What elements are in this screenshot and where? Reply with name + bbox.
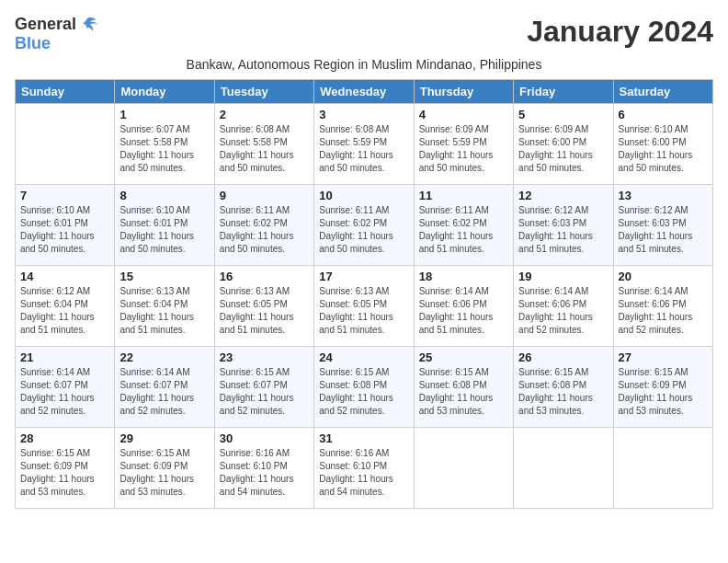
day-number: 23 <box>220 350 309 364</box>
calendar-cell: 13Sunrise: 6:12 AM Sunset: 6:03 PM Dayli… <box>613 185 712 266</box>
calendar-cell: 17Sunrise: 6:13 AM Sunset: 6:05 PM Dayli… <box>314 266 414 347</box>
day-number: 18 <box>419 270 508 283</box>
day-info: Sunrise: 6:12 AM Sunset: 6:04 PM Dayligh… <box>20 285 109 337</box>
day-number: 6 <box>619 108 708 121</box>
calendar-week-row: 14Sunrise: 6:12 AM Sunset: 6:04 PM Dayli… <box>16 266 713 347</box>
day-number: 22 <box>119 350 209 364</box>
day-number: 27 <box>619 350 708 364</box>
calendar-cell: 1Sunrise: 6:07 AM Sunset: 5:58 PM Daylig… <box>115 104 214 185</box>
calendar-header-row: SundayMondayTuesdayWednesdayThursdayFrid… <box>16 80 713 104</box>
day-number: 7 <box>20 189 109 202</box>
day-info: Sunrise: 6:14 AM Sunset: 6:07 PM Dayligh… <box>20 366 109 418</box>
calendar-cell: 19Sunrise: 6:14 AM Sunset: 6:06 PM Dayli… <box>514 266 613 347</box>
calendar-header-thursday: Thursday <box>414 80 513 104</box>
calendar-cell: 30Sunrise: 6:16 AM Sunset: 6:10 PM Dayli… <box>214 428 313 509</box>
calendar-week-row: 28Sunrise: 6:15 AM Sunset: 6:09 PM Dayli… <box>16 428 713 509</box>
calendar-cell <box>514 428 613 509</box>
calendar-cell: 5Sunrise: 6:09 AM Sunset: 6:00 PM Daylig… <box>514 104 613 185</box>
day-info: Sunrise: 6:08 AM Sunset: 5:58 PM Dayligh… <box>220 123 309 175</box>
calendar-header-friday: Friday <box>514 80 613 104</box>
day-number: 24 <box>319 350 408 364</box>
day-info: Sunrise: 6:15 AM Sunset: 6:08 PM Dayligh… <box>419 366 508 418</box>
day-info: Sunrise: 6:16 AM Sunset: 6:10 PM Dayligh… <box>220 447 309 499</box>
day-number: 16 <box>220 270 309 283</box>
calendar-cell: 8Sunrise: 6:10 AM Sunset: 6:01 PM Daylig… <box>115 185 214 266</box>
calendar-header-tuesday: Tuesday <box>214 80 313 104</box>
day-number: 10 <box>319 189 408 202</box>
day-info: Sunrise: 6:12 AM Sunset: 6:03 PM Dayligh… <box>619 204 708 256</box>
day-number: 20 <box>619 270 708 283</box>
day-number: 9 <box>220 189 309 202</box>
logo: General Blue <box>15 15 98 53</box>
day-number: 25 <box>419 350 508 364</box>
day-info: Sunrise: 6:15 AM Sunset: 6:08 PM Dayligh… <box>319 366 408 418</box>
month-title: January 2024 <box>527 15 713 49</box>
day-info: Sunrise: 6:10 AM Sunset: 6:01 PM Dayligh… <box>119 204 209 256</box>
day-info: Sunrise: 6:14 AM Sunset: 6:06 PM Dayligh… <box>518 285 608 337</box>
calendar-week-row: 7Sunrise: 6:10 AM Sunset: 6:01 PM Daylig… <box>16 185 713 266</box>
day-number: 30 <box>220 431 309 445</box>
calendar-cell: 12Sunrise: 6:12 AM Sunset: 6:03 PM Dayli… <box>514 185 613 266</box>
calendar-cell: 24Sunrise: 6:15 AM Sunset: 6:08 PM Dayli… <box>314 347 414 428</box>
calendar-cell: 31Sunrise: 6:16 AM Sunset: 6:10 PM Dayli… <box>314 428 414 509</box>
calendar-cell: 16Sunrise: 6:13 AM Sunset: 6:05 PM Dayli… <box>214 266 313 347</box>
day-info: Sunrise: 6:13 AM Sunset: 6:05 PM Dayligh… <box>220 285 309 337</box>
day-info: Sunrise: 6:13 AM Sunset: 6:05 PM Dayligh… <box>319 285 408 337</box>
calendar-cell: 20Sunrise: 6:14 AM Sunset: 6:06 PM Dayli… <box>613 266 712 347</box>
day-number: 29 <box>119 431 209 445</box>
day-info: Sunrise: 6:14 AM Sunset: 6:06 PM Dayligh… <box>419 285 508 337</box>
day-number: 21 <box>20 350 109 364</box>
calendar-cell: 9Sunrise: 6:11 AM Sunset: 6:02 PM Daylig… <box>214 185 313 266</box>
day-info: Sunrise: 6:10 AM Sunset: 6:00 PM Dayligh… <box>619 123 708 175</box>
day-info: Sunrise: 6:10 AM Sunset: 6:01 PM Dayligh… <box>20 204 109 256</box>
day-info: Sunrise: 6:12 AM Sunset: 6:03 PM Dayligh… <box>518 204 608 256</box>
calendar-cell: 21Sunrise: 6:14 AM Sunset: 6:07 PM Dayli… <box>16 347 115 428</box>
calendar-week-row: 1Sunrise: 6:07 AM Sunset: 5:58 PM Daylig… <box>16 104 713 185</box>
day-number: 15 <box>119 270 209 283</box>
day-info: Sunrise: 6:16 AM Sunset: 6:10 PM Dayligh… <box>319 447 408 499</box>
calendar-header-monday: Monday <box>115 80 214 104</box>
calendar-cell: 29Sunrise: 6:15 AM Sunset: 6:09 PM Dayli… <box>115 428 214 509</box>
day-number: 8 <box>119 189 209 202</box>
day-number: 4 <box>419 108 508 121</box>
calendar-header-wednesday: Wednesday <box>314 80 414 104</box>
day-number: 5 <box>518 108 608 121</box>
calendar-cell: 2Sunrise: 6:08 AM Sunset: 5:58 PM Daylig… <box>214 104 313 185</box>
calendar-cell <box>16 104 115 185</box>
calendar-table: SundayMondayTuesdayWednesdayThursdayFrid… <box>15 79 713 509</box>
calendar-cell: 27Sunrise: 6:15 AM Sunset: 6:09 PM Dayli… <box>613 347 712 428</box>
day-info: Sunrise: 6:09 AM Sunset: 6:00 PM Dayligh… <box>518 123 608 175</box>
logo-blue: Blue <box>15 34 51 53</box>
day-number: 28 <box>20 431 109 445</box>
day-info: Sunrise: 6:15 AM Sunset: 6:09 PM Dayligh… <box>119 447 209 499</box>
day-number: 12 <box>518 189 608 202</box>
calendar-cell: 23Sunrise: 6:15 AM Sunset: 6:07 PM Dayli… <box>214 347 313 428</box>
calendar-cell: 14Sunrise: 6:12 AM Sunset: 6:04 PM Dayli… <box>16 266 115 347</box>
calendar-header-sunday: Sunday <box>16 80 115 104</box>
day-info: Sunrise: 6:11 AM Sunset: 6:02 PM Dayligh… <box>319 204 408 256</box>
calendar-cell: 15Sunrise: 6:13 AM Sunset: 6:04 PM Dayli… <box>115 266 214 347</box>
day-info: Sunrise: 6:09 AM Sunset: 5:59 PM Dayligh… <box>419 123 508 175</box>
day-number: 31 <box>319 431 408 445</box>
day-number: 13 <box>619 189 708 202</box>
day-number: 14 <box>20 270 109 283</box>
calendar-week-row: 21Sunrise: 6:14 AM Sunset: 6:07 PM Dayli… <box>16 347 713 428</box>
calendar-subtitle: Bankaw, Autonomous Region in Muslim Mind… <box>15 57 713 72</box>
day-info: Sunrise: 6:07 AM Sunset: 5:58 PM Dayligh… <box>119 123 209 175</box>
calendar-cell: 10Sunrise: 6:11 AM Sunset: 6:02 PM Dayli… <box>314 185 414 266</box>
day-info: Sunrise: 6:15 AM Sunset: 6:09 PM Dayligh… <box>20 447 109 499</box>
calendar-cell: 3Sunrise: 6:08 AM Sunset: 5:59 PM Daylig… <box>314 104 414 185</box>
calendar-cell: 7Sunrise: 6:10 AM Sunset: 6:01 PM Daylig… <box>16 185 115 266</box>
calendar-cell: 25Sunrise: 6:15 AM Sunset: 6:08 PM Dayli… <box>414 347 513 428</box>
calendar-cell: 26Sunrise: 6:15 AM Sunset: 6:08 PM Dayli… <box>514 347 613 428</box>
day-info: Sunrise: 6:15 AM Sunset: 6:09 PM Dayligh… <box>619 366 708 418</box>
calendar-cell: 11Sunrise: 6:11 AM Sunset: 6:02 PM Dayli… <box>414 185 513 266</box>
logo-general: General <box>15 15 76 34</box>
day-info: Sunrise: 6:14 AM Sunset: 6:07 PM Dayligh… <box>119 366 209 418</box>
day-number: 2 <box>220 108 309 121</box>
day-info: Sunrise: 6:08 AM Sunset: 5:59 PM Dayligh… <box>319 123 408 175</box>
day-info: Sunrise: 6:14 AM Sunset: 6:06 PM Dayligh… <box>619 285 708 337</box>
calendar-cell: 28Sunrise: 6:15 AM Sunset: 6:09 PM Dayli… <box>16 428 115 509</box>
day-number: 19 <box>518 270 608 283</box>
day-number: 3 <box>319 108 408 121</box>
